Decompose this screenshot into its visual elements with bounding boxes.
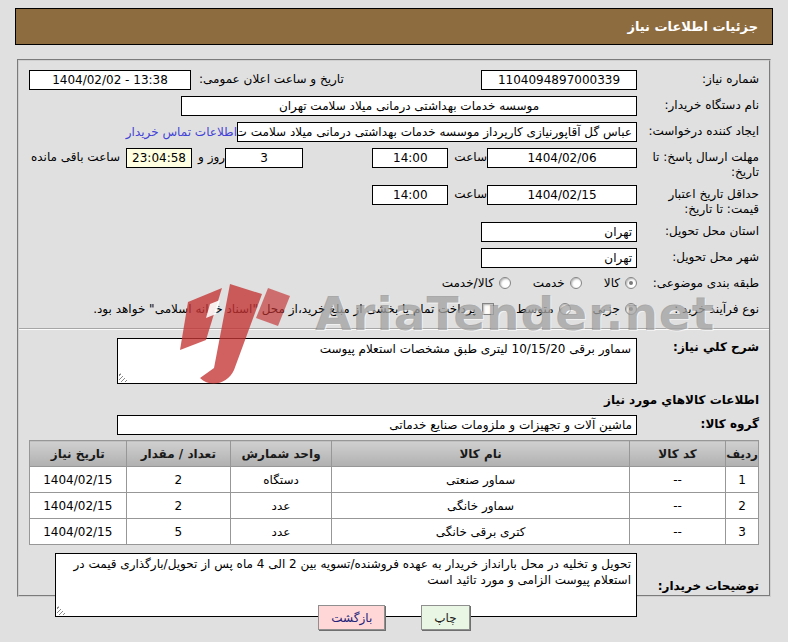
table-row: 1--سماور صنعتیدستگاه21404/02/15 — [30, 467, 759, 493]
table-cell: سماور صنعتی — [332, 467, 630, 493]
table-header-row: ردیف کد کالا نام کالا واحد شمارش تعداد /… — [30, 441, 759, 467]
buyer-notes-text: تحویل و تخلیه در محل بارانداز خریدار به … — [73, 557, 631, 587]
row-need-number: شماره نیاز: 1104094897000339 تاریخ و ساع… — [29, 70, 759, 91]
remaining-hours-label: ساعت باقی مانده — [31, 148, 120, 164]
table-cell: 1404/02/15 — [30, 467, 127, 493]
treasury-checkbox[interactable] — [482, 303, 494, 315]
row-goods-group: گروه کالا: ماشین آلات و تجهیزات و ملزوما… — [29, 415, 759, 436]
table-cell: سماور خانگی — [332, 493, 630, 519]
description-textarea[interactable]: سماور برقی 10/15/20 لیتری طبق مشخصات است… — [117, 338, 637, 384]
table-cell: عدد — [230, 519, 331, 545]
city-label: شهر محل تحویل: — [637, 248, 759, 265]
table-cell: 2 — [726, 493, 759, 519]
buyer-contact-link[interactable]: اطلاعات تماس خریدار — [126, 122, 237, 139]
need-number-label: شماره نیاز: — [637, 70, 759, 87]
radio-service[interactable] — [570, 277, 582, 289]
creator-label: ایجاد کننده درخواست: — [637, 122, 759, 139]
row-creator: ایجاد کننده درخواست: عباس گل آقاپورنیازی… — [29, 122, 759, 143]
description-text: سماور برقی 10/15/20 لیتری طبق مشخصات است… — [320, 342, 631, 356]
resize-grip-icon[interactable] — [119, 372, 129, 382]
row-classification: طبقه بندی موضوعی: کالا خدمت کالا/خدمت — [29, 274, 759, 295]
table-cell: عدد — [230, 493, 331, 519]
col-qty-header: تعداد / مقدار — [126, 441, 230, 467]
table-row: 2--سماور خانگیعدد21404/02/15 — [30, 493, 759, 519]
remaining-days-label: روز و — [198, 148, 225, 164]
row-province: استان محل تحویل: تهران — [29, 222, 759, 243]
validity-time[interactable]: 14:00 — [372, 185, 448, 205]
main-panel: شماره نیاز: 1104094897000339 تاریخ و ساع… — [17, 59, 771, 597]
classification-label: طبقه بندی موضوعی: — [637, 274, 759, 291]
remaining-days: 3 — [225, 148, 303, 168]
table-cell: 1 — [726, 467, 759, 493]
buyer-name-value[interactable]: موسسه خدمات بهداشتی درمانی میلاد سلامت ت… — [181, 96, 637, 116]
countdown-timer: 23:04:58 — [126, 148, 192, 168]
radio-goods[interactable] — [625, 277, 637, 289]
section-divider — [19, 328, 769, 330]
row-process: نوع فرآیند خرید : جزیی متوسط پرداخت تمام… — [29, 300, 759, 321]
table-cell: کتری برقی خانگی — [332, 519, 630, 545]
table-cell: -- — [630, 467, 726, 493]
button-row: چاپ بازگشت — [0, 605, 788, 630]
radio-minor[interactable] — [625, 303, 637, 315]
table-cell: 2 — [126, 467, 230, 493]
radio-goods-service[interactable] — [499, 277, 511, 289]
deadline-hour-label: ساعت — [454, 148, 487, 164]
row-city: شهر محل تحویل: تهران — [29, 248, 759, 269]
announce-label: تاریخ و ساعت اعلان عمومی: — [199, 70, 344, 86]
tender-detail-page: جزئیات اطلاعات نیاز شماره نیاز: 11040948… — [0, 0, 788, 642]
province-label: استان محل تحویل: — [637, 222, 759, 239]
goods-group-label: گروه کالا: — [637, 415, 759, 432]
radio-medium[interactable] — [559, 303, 571, 315]
need-number-value[interactable]: 1104094897000339 — [481, 70, 637, 90]
col-date-header: تاریخ نیاز — [30, 441, 127, 467]
buyer-notes-label: توضیحات خریدار: — [637, 553, 759, 594]
col-unit-header: واحد شمارش — [230, 441, 331, 467]
radio-goods-label: کالا — [604, 274, 620, 290]
process-label: نوع فرآیند خرید : — [637, 300, 759, 317]
validity-label: حداقل تاریخ اعتبار قیمت: تا تاریخ: — [637, 185, 759, 217]
back-button[interactable]: بازگشت — [318, 605, 385, 630]
table-cell: 5 — [126, 519, 230, 545]
col-code-header: کد کالا — [630, 441, 726, 467]
deadline-label: مهلت ارسال پاسخ: تا تاریخ: — [637, 148, 759, 180]
goods-section-title: اطلاعات کالاهاي مورد نیاز — [29, 393, 759, 407]
page-title: جزئیات اطلاعات نیاز — [15, 8, 773, 45]
goods-table: ردیف کد کالا نام کالا واحد شمارش تعداد /… — [29, 440, 759, 545]
description-label: شرح کلي نیاز: — [637, 338, 759, 355]
table-cell: -- — [630, 519, 726, 545]
deadline-date[interactable]: 1404/02/06 — [487, 148, 637, 168]
table-cell: -- — [630, 493, 726, 519]
row-validity: حداقل تاریخ اعتبار قیمت: تا تاریخ: 1404/… — [29, 185, 759, 217]
goods-table-body: 1--سماور صنعتیدستگاه21404/02/152--سماور … — [30, 467, 759, 545]
print-button[interactable]: چاپ — [421, 605, 469, 630]
table-cell: 2 — [126, 493, 230, 519]
radio-minor-label: جزیی — [593, 300, 620, 316]
goods-group-value[interactable]: ماشین آلات و تجهیزات و ملزومات صنایع خدم… — [117, 415, 637, 435]
table-cell: 1404/02/15 — [30, 493, 127, 519]
row-description: شرح کلي نیاز: سماور برقی 10/15/20 لیتری … — [29, 338, 759, 384]
radio-medium-label: متوسط — [516, 300, 554, 316]
table-cell: دستگاه — [230, 467, 331, 493]
table-cell: 1404/02/15 — [30, 519, 127, 545]
row-buyer-name: نام دستگاه خریدار: موسسه خدمات بهداشتی د… — [29, 96, 759, 117]
buyer-name-label: نام دستگاه خریدار: — [637, 96, 759, 113]
row-deadline: مهلت ارسال پاسخ: تا تاریخ: 1404/02/06 سا… — [29, 148, 759, 180]
table-cell: 3 — [726, 519, 759, 545]
radio-service-label: خدمت — [533, 274, 565, 290]
col-row-header: ردیف — [726, 441, 759, 467]
city-value[interactable]: تهران — [481, 248, 637, 268]
province-value[interactable]: تهران — [481, 222, 637, 242]
validity-hour-label: ساعت — [454, 185, 487, 201]
treasury-checkbox-label: پرداخت تمام یا بخشی از مبلغ خرید،از محل … — [93, 300, 476, 316]
validity-date[interactable]: 1404/02/15 — [487, 185, 637, 205]
deadline-time[interactable]: 14:00 — [372, 148, 448, 168]
creator-value[interactable]: عباس گل آقاپورنیازی کارپرداز موسسه خدمات… — [237, 122, 637, 142]
col-name-header: نام کالا — [332, 441, 630, 467]
radio-goods-service-label: کالا/خدمت — [442, 274, 494, 290]
table-row: 3--کتری برقی خانگیعدد51404/02/15 — [30, 519, 759, 545]
announce-value[interactable]: 1404/02/02 - 13:38 — [29, 70, 191, 90]
